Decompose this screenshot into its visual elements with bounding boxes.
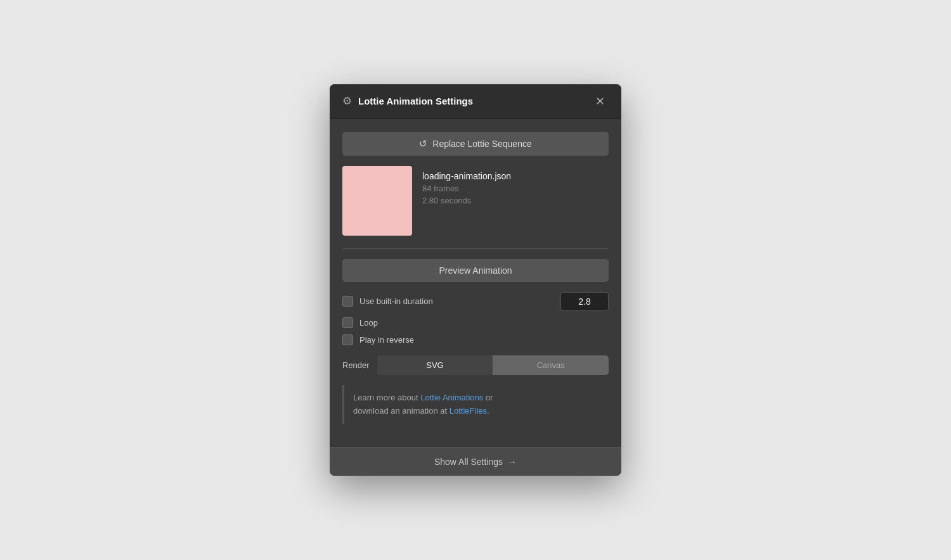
option-left: Use built-in duration xyxy=(342,296,433,307)
info-text-before: Learn more about xyxy=(353,393,420,402)
preview-animation-button[interactable]: Preview Animation xyxy=(342,259,609,282)
option-left-loop: Loop xyxy=(342,317,378,328)
dialog-header: ⚙ Lottie Animation Settings ✕ xyxy=(330,84,621,119)
loop-label: Loop xyxy=(359,318,378,328)
file-info-row: loading-animation.json 84 frames 2.80 se… xyxy=(342,166,609,236)
file-name: loading-animation.json xyxy=(422,171,511,181)
arrow-icon: → xyxy=(508,457,517,467)
header-left: ⚙ Lottie Animation Settings xyxy=(342,94,473,108)
divider xyxy=(342,248,609,249)
file-meta: loading-animation.json 84 frames 2.80 se… xyxy=(422,166,511,205)
replace-button-label: Replace Lottie Sequence xyxy=(432,139,531,149)
options-section: Use built-in duration Loop Play in rever… xyxy=(342,292,609,345)
replace-icon: ↺ xyxy=(419,138,427,150)
option-left-reverse: Play in reverse xyxy=(342,334,414,345)
file-thumbnail xyxy=(342,166,412,236)
replace-lottie-button[interactable]: ↺ Replace Lottie Sequence xyxy=(342,132,609,156)
render-tab-canvas[interactable]: Canvas xyxy=(493,355,609,375)
built-in-duration-label: Use built-in duration xyxy=(359,296,433,306)
render-tab-svg[interactable]: SVG xyxy=(377,355,493,375)
info-text-after: . xyxy=(487,406,489,416)
file-frames: 84 frames xyxy=(422,184,511,193)
dialog-body: ↺ Replace Lottie Sequence loading-animat… xyxy=(330,119,621,447)
dialog-footer: Show All Settings → xyxy=(330,447,621,476)
render-label: Render xyxy=(342,360,370,370)
render-tabs: SVG Canvas xyxy=(377,355,609,375)
close-button[interactable]: ✕ xyxy=(592,94,609,108)
play-reverse-label: Play in reverse xyxy=(359,335,414,345)
lottie-files-link[interactable]: LottieFiles xyxy=(450,406,487,416)
info-box: Learn more about Lottie Animations ordow… xyxy=(342,385,609,424)
loop-checkbox[interactable] xyxy=(342,317,353,328)
built-in-duration-checkbox[interactable] xyxy=(342,296,353,307)
built-in-duration-row: Use built-in duration xyxy=(342,292,609,311)
loop-row: Loop xyxy=(342,317,609,328)
play-reverse-row: Play in reverse xyxy=(342,334,609,345)
play-reverse-checkbox[interactable] xyxy=(342,334,353,345)
lottie-animations-link[interactable]: Lottie Animations xyxy=(420,393,483,402)
lottie-settings-dialog: ⚙ Lottie Animation Settings ✕ ↺ Replace … xyxy=(330,84,621,476)
render-row: Render SVG Canvas xyxy=(342,355,609,375)
file-seconds: 2.80 seconds xyxy=(422,196,511,205)
show-all-label: Show All Settings xyxy=(434,457,503,467)
dialog-title: Lottie Animation Settings xyxy=(358,96,473,106)
gear-icon: ⚙ xyxy=(342,94,352,108)
show-all-settings-button[interactable]: Show All Settings → xyxy=(330,447,621,476)
duration-input[interactable] xyxy=(560,292,609,311)
